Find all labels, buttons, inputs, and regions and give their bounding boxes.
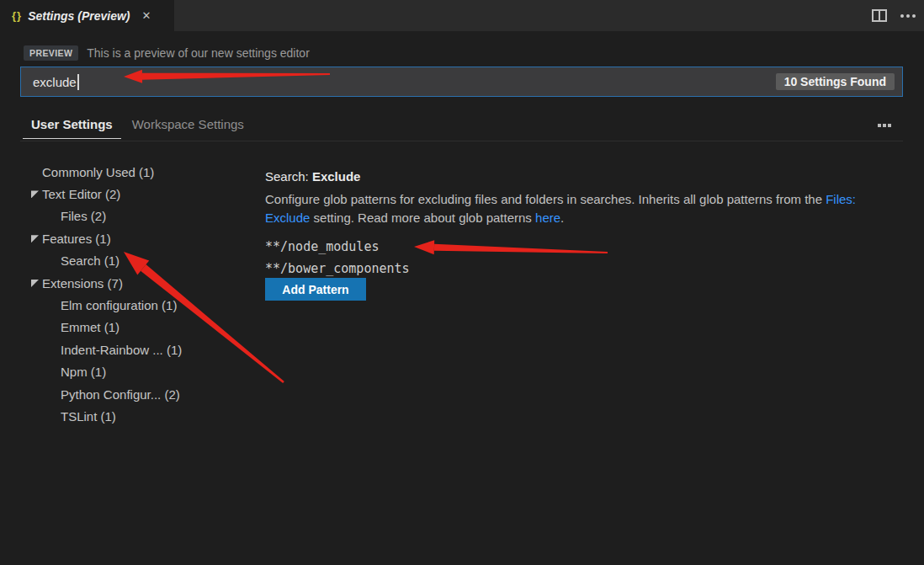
tree-item-label: Extensions (7) [42,276,123,290]
tree-item-label: Indent-Rainbow ... (1) [61,343,182,357]
settings-count-badge: 10 Settings Found [776,73,895,90]
pattern-bower-components[interactable]: **/bower_components [265,259,410,280]
editor-tab-bar: {} Settings (Preview) ✕ [0,0,924,31]
exclude-pattern-list: **/node_modules**/bower_components [265,237,410,280]
setting-category: Search: [265,169,312,184]
pattern-node-modules[interactable]: **/node_modules [265,237,410,259]
here-link[interactable]: here [535,211,560,225]
description-text: setting. Read more about glob patterns [310,211,535,225]
tree-item-label: Text Editor (2) [42,187,120,201]
tab-title: Settings (Preview) [28,9,130,23]
setting-name: Exclude [312,169,361,184]
tree-item-files[interactable]: Files (2) [20,205,254,227]
setting-description: Configure glob patterns for excluding fi… [265,190,869,227]
tree-item-extensions[interactable]: Extensions (7) [20,272,254,294]
tree-item-label: Npm (1) [61,365,106,379]
description-text: . [560,211,564,225]
tree-item-text-editor[interactable]: Text Editor (2) [20,183,254,205]
tree-item-search[interactable]: Search (1) [20,250,254,272]
tree-item-indent-rainbow[interactable]: Indent-Rainbow ... (1) [20,338,254,360]
tree-item-label: Python Configur... (2) [61,387,180,402]
header-separator [20,141,903,141]
tree-item-commonly-used[interactable]: Commonly Used (1) [20,161,254,183]
twistie-expanded-icon[interactable] [31,235,39,243]
tree-item-features[interactable]: Features (1) [20,227,254,249]
search-input-value: exclude [33,75,77,89]
setting-title: Search: Exclude [265,169,360,184]
tree-item-label: Features (1) [42,232,111,246]
settings-tree: Commonly Used (1)Text Editor (2)Files (2… [20,161,254,428]
tab-workspace-settings[interactable]: Workspace Settings [124,109,252,139]
tree-item-label: Search (1) [61,253,119,268]
json-braces-icon: {} [12,9,22,22]
tree-item-npm[interactable]: Npm (1) [20,361,254,383]
tab-settings-preview[interactable]: {} Settings (Preview) ✕ [0,0,174,31]
tab-user-settings[interactable]: User Settings [23,109,121,139]
split-editor-icon[interactable] [872,9,887,22]
description-text: Configure glob patterns for excluding fi… [265,192,826,206]
tree-item-tslint[interactable]: TSLint (1) [20,405,254,427]
arrow-to-node-modules-pattern [414,240,608,254]
close-icon[interactable]: ✕ [142,9,151,22]
more-settings-actions-icon[interactable] [878,124,881,127]
tree-item-elm-configuration[interactable]: Elm configuration (1) [20,294,254,316]
twistie-expanded-icon[interactable] [31,190,39,198]
tree-item-label: Commonly Used (1) [42,165,154,179]
banner-text: This is a preview of our new settings ed… [87,46,310,60]
tree-item-emmet[interactable]: Emmet (1) [20,317,254,338]
editor-actions [872,0,916,31]
vscode-settings-editor: {} Settings (Preview) ✕ PREVIEW This is … [0,0,924,565]
tree-item-label: Emmet (1) [61,320,119,334]
twistie-expanded-icon[interactable] [31,280,39,287]
preview-badge: PREVIEW [24,45,78,61]
settings-search-input[interactable]: exclude 10 Settings Found [20,67,903,97]
more-actions-icon[interactable] [900,14,904,18]
text-cursor [77,74,79,90]
tree-item-label: Files (2) [61,209,106,223]
tree-item-label: TSLint (1) [61,409,116,424]
tree-item-label: Elm configuration (1) [61,298,177,312]
settings-scope-tabs: User Settings Workspace Settings [20,109,903,139]
preview-banner: PREVIEW This is a preview of our new set… [24,45,310,61]
add-pattern-button[interactable]: Add Pattern [265,278,366,301]
tree-item-python-configur[interactable]: Python Configur... (2) [20,383,254,405]
